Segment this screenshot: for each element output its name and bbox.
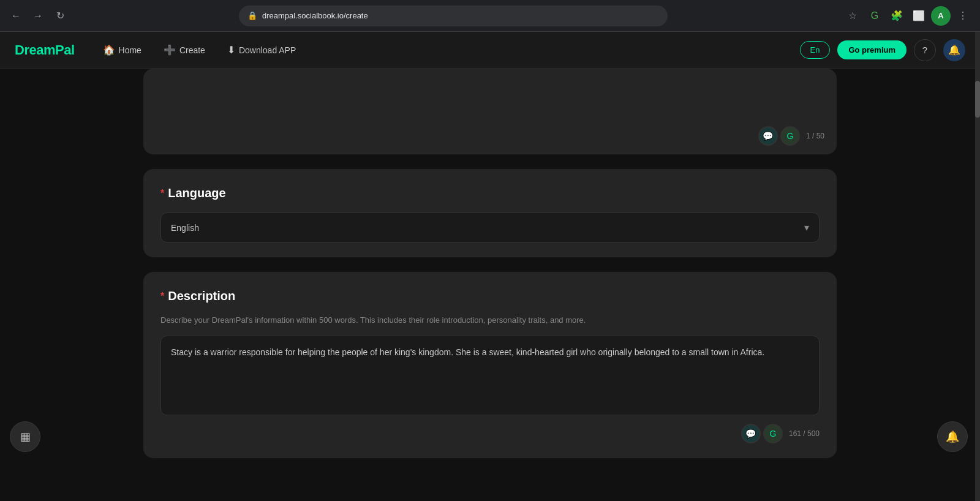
nav-create-link[interactable]: ➕ Create (155, 39, 214, 61)
language-section-title: Language (168, 186, 225, 200)
bell-icon: 🔔 (946, 430, 959, 443)
g-ai-icon: G (780, 126, 800, 146)
desc-ai-icon-group: 💬 G (741, 424, 783, 443)
desc-chat-ai-icon: 💬 (741, 424, 761, 443)
forward-button[interactable]: → (29, 7, 47, 24)
description-textarea[interactable]: Stacy is a warrior responsible for helpi… (160, 336, 820, 415)
notification-bell-icon: 🔔 (948, 44, 960, 56)
nav-download-link[interactable]: ⬇ Download APP (219, 39, 304, 61)
profile-avatar-button[interactable]: A (931, 6, 951, 26)
extension-g-button[interactable]: G (865, 6, 884, 26)
help-button[interactable]: ? (914, 39, 936, 61)
url-text: dreampal.socialbook.io/create (262, 11, 659, 20)
main-content: 💬 G 1 / 50 * Language English ▾ * Descri… (129, 69, 851, 497)
description-subtitle: Describe your DreamPal's information wit… (160, 315, 820, 325)
floating-bell-button[interactable]: 🔔 (937, 421, 968, 452)
language-required-star: * (160, 188, 164, 199)
top-section-card: 💬 G 1 / 50 (143, 69, 837, 154)
nav-download-label: Download APP (239, 45, 296, 55)
premium-button[interactable]: Go premium (837, 40, 907, 59)
description-section-card: * Description Describe your DreamPal's i… (143, 272, 837, 458)
navbar: DreamPal 🏠 Home ➕ Create ⬇ Download APP … (0, 32, 980, 69)
description-footer: 💬 G 161 / 500 (160, 424, 820, 443)
description-char-count: 161 / 500 (789, 429, 820, 438)
extensions-button[interactable]: 🧩 (887, 6, 907, 26)
chat-ai-icon: 💬 (758, 126, 778, 146)
bookmark-button[interactable]: ☆ (843, 6, 862, 26)
download-icon: ⬇ (227, 44, 235, 56)
security-icon: 🔒 (247, 11, 257, 20)
top-char-count: 1 / 50 (806, 132, 824, 140)
language-section-card: * Language English ▾ (143, 169, 837, 257)
scrollbar-thumb[interactable] (975, 81, 980, 118)
grid-icon: ▦ (20, 430, 31, 443)
language-dropdown[interactable]: English ▾ (160, 213, 820, 243)
top-card-footer: 💬 G 1 / 50 (758, 126, 824, 146)
language-button[interactable]: En (800, 41, 831, 59)
language-selected-value: English (171, 223, 199, 233)
notification-button[interactable]: 🔔 (943, 39, 965, 61)
nav-create-label: Create (179, 45, 205, 55)
address-bar[interactable]: 🔒 dreampal.socialbook.io/create (239, 6, 668, 26)
chevron-down-icon: ▾ (804, 222, 809, 233)
nav-home-link[interactable]: 🏠 Home (94, 39, 150, 61)
menu-button[interactable]: ⋮ (953, 6, 973, 26)
nav-home-label: Home (119, 45, 141, 55)
nav-logo: DreamPal (15, 42, 75, 58)
ai-icon-group: 💬 G (758, 126, 800, 146)
create-icon: ➕ (164, 44, 176, 56)
floating-left-button[interactable]: ▦ (10, 421, 40, 452)
home-icon: 🏠 (103, 44, 115, 56)
nav-right: En Go premium ? 🔔 (800, 39, 965, 61)
nav-links: 🏠 Home ➕ Create ⬇ Download APP (94, 39, 780, 61)
reload-button[interactable]: ↻ (51, 7, 69, 24)
description-section-title: Description (168, 289, 235, 303)
split-view-button[interactable]: ⬜ (909, 6, 929, 26)
language-section-label: * Language (160, 186, 820, 200)
browser-action-group: ☆ G 🧩 ⬜ A ⋮ (843, 6, 973, 26)
desc-g-ai-icon: G (763, 424, 783, 443)
back-button[interactable]: ← (7, 7, 24, 24)
browser-chrome: ← → ↻ 🔒 dreampal.socialbook.io/create ☆ … (0, 0, 980, 32)
description-section-label: * Description (160, 289, 820, 303)
page-scrollbar[interactable] (975, 32, 980, 501)
description-required-star: * (160, 291, 164, 302)
